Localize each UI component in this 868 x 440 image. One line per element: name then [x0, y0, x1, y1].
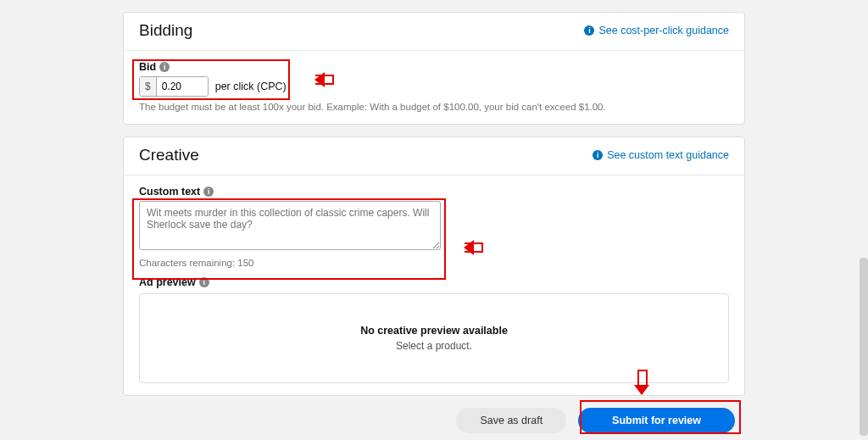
bid-input[interactable]: [157, 77, 208, 96]
ad-preview-box: No creative preview available Select a p…: [139, 293, 729, 383]
bidding-body: Bid i $ per click (CPC) The budget must …: [124, 51, 744, 124]
info-icon[interactable]: i: [199, 277, 209, 287]
submit-review-button[interactable]: Submit for review: [578, 408, 735, 433]
bid-input-group: $: [139, 76, 209, 97]
bidding-title: Bidding: [139, 21, 192, 40]
footer-actions: Save as draft Submit for review: [123, 396, 745, 440]
currency-prefix: $: [140, 77, 157, 96]
ad-preview-label-row: Ad preview i: [139, 276, 729, 288]
bid-label: Bid: [139, 61, 156, 73]
no-preview-title: No creative preview available: [360, 325, 508, 337]
info-icon: i: [584, 25, 594, 36]
bidding-header: Bidding i See cost-per-click guidance: [124, 13, 744, 51]
creative-body: Custom text i Characters remaining: 150 …: [124, 175, 744, 395]
bid-helper-text: The budget must be at least 100x your bi…: [139, 102, 729, 112]
info-icon[interactable]: i: [159, 62, 170, 72]
info-icon: i: [593, 150, 603, 160]
chars-remaining: Characters remaining: 150: [139, 258, 729, 268]
bid-label-row: Bid i: [139, 61, 729, 73]
bid-input-row: $ per click (CPC): [139, 76, 729, 97]
bidding-card: Bidding i See cost-per-click guidance Bi…: [123, 12, 745, 125]
no-preview-sub: Select a product.: [396, 340, 472, 352]
custom-text-label: Custom text: [139, 186, 200, 198]
bid-suffix: per click (CPC): [215, 81, 287, 92]
creative-card: Creative i See custom text guidance Cust…: [123, 136, 745, 396]
ad-preview-label: Ad preview: [139, 276, 196, 288]
creative-title: Creative: [139, 146, 199, 164]
save-draft-button[interactable]: Save as draft: [456, 408, 566, 433]
creative-header: Creative i See custom text guidance: [124, 137, 744, 175]
custom-text-guidance-link[interactable]: i See custom text guidance: [593, 149, 729, 161]
custom-text-label-row: Custom text i: [139, 186, 729, 198]
custom-text-input[interactable]: [139, 201, 441, 250]
info-icon[interactable]: i: [203, 187, 214, 197]
cpc-guidance-link[interactable]: i See cost-per-click guidance: [584, 25, 729, 36]
scrollbar[interactable]: [860, 258, 868, 436]
cpc-guidance-text: See cost-per-click guidance: [598, 25, 729, 36]
custom-text-guidance-text: See custom text guidance: [607, 149, 729, 161]
